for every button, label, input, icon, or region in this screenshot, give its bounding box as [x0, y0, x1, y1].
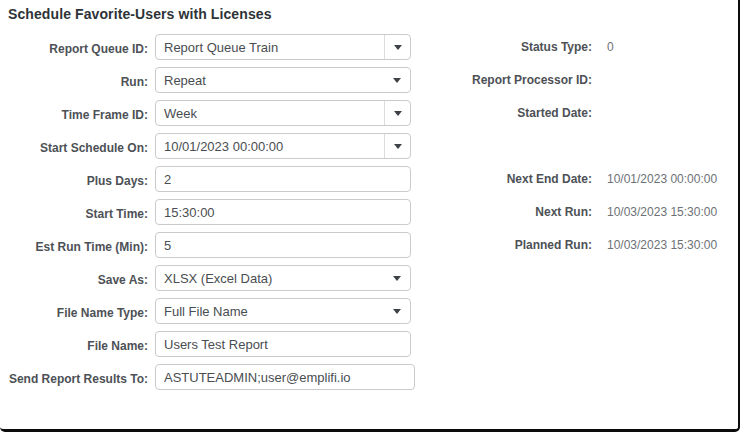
file-name-field [155, 331, 411, 357]
form-row-start-schedule-on: Start Schedule On:10/01/2023 00:00:00 [0, 133, 415, 159]
file-name-input[interactable] [155, 331, 411, 357]
window: Schedule Favorite-Users with Licenses Re… [0, 0, 740, 432]
run-dropdown[interactable]: Repeat [155, 67, 411, 93]
send-report-results-to-label: Send Report Results To: [0, 364, 148, 387]
caret-down-icon [394, 45, 402, 50]
form-row-file-name: File Name: [0, 331, 415, 357]
report-processor-id-label: Report Processor ID: [430, 73, 592, 87]
planned-run-value: 10/03/2023 15:30:00 [607, 238, 717, 252]
form-row-plus-days: Plus Days: [0, 166, 415, 192]
run-label: Run: [0, 67, 148, 90]
report-queue-id-dropdown[interactable]: Report Queue Train [155, 34, 411, 60]
form-row-start-time: Start Time: [0, 199, 415, 225]
planned-run-label: Planned Run: [430, 238, 592, 252]
start-time-field [155, 199, 411, 225]
start-schedule-on-dropdown-button[interactable] [384, 134, 410, 158]
send-report-results-to-field [155, 364, 415, 390]
save-as-label: Save As: [0, 265, 148, 288]
time-frame-id-dropdown[interactable]: Week [155, 100, 411, 126]
est-run-time-min-label: Est Run Time (Min): [0, 232, 148, 255]
start-time-label: Start Time: [0, 199, 148, 222]
form-row-file-name-type: File Name Type:Full File Name [0, 298, 415, 324]
file-name-type-selected-value: Full File Name [164, 304, 384, 319]
form-row-run: Run:Repeat [0, 67, 415, 93]
time-frame-id-dropdown-button[interactable] [384, 101, 410, 125]
status-row-report-processor-id: Report Processor ID: [430, 67, 736, 93]
next-end-date-value: 10/01/2023 00:00:00 [607, 172, 717, 186]
file-name-type-label: File Name Type: [0, 298, 148, 321]
plus-days-label: Plus Days: [0, 166, 148, 189]
time-frame-id-field: Week [155, 100, 411, 126]
run-field: Repeat [155, 67, 411, 93]
report-queue-id-field: Report Queue Train [155, 34, 411, 60]
schedule-form: Report Queue ID:Report Queue TrainRun:Re… [0, 34, 415, 397]
report-queue-id-dropdown-button[interactable] [384, 35, 410, 59]
form-row-save-as: Save As:XLSX (Excel Data) [0, 265, 415, 291]
started-date-label: Started Date: [430, 106, 592, 120]
next-end-date-label: Next End Date: [430, 172, 592, 186]
caret-down-icon [393, 309, 401, 314]
start-time-input[interactable] [155, 199, 411, 225]
caret-down-icon [393, 78, 401, 83]
form-row-est-run-time-min: Est Run Time (Min): [0, 232, 415, 258]
file-name-type-field: Full File Name [155, 298, 411, 324]
file-name-type-dropdown-button[interactable] [384, 299, 410, 323]
file-name-type-dropdown[interactable]: Full File Name [155, 298, 411, 324]
status-panel: Status Type:0Report Processor ID:Started… [430, 34, 736, 294]
status-row-started-date: Started Date: [430, 100, 736, 126]
file-name-label: File Name: [0, 331, 148, 354]
start-schedule-on-dropdown[interactable]: 10/01/2023 00:00:00 [155, 133, 411, 159]
save-as-dropdown-button[interactable] [384, 266, 410, 290]
status-row-next-run: Next Run:10/03/2023 15:30:00 [430, 199, 736, 225]
form-row-send-report-results-to: Send Report Results To: [0, 364, 415, 390]
est-run-time-min-input[interactable] [155, 232, 411, 258]
plus-days-input[interactable] [155, 166, 411, 192]
form-row-report-queue-id: Report Queue ID:Report Queue Train [0, 34, 415, 60]
next-run-label: Next Run: [430, 205, 592, 219]
report-queue-id-selected-value: Report Queue Train [164, 40, 384, 55]
save-as-selected-value: XLSX (Excel Data) [164, 271, 384, 286]
status-row-planned-run: Planned Run:10/03/2023 15:30:00 [430, 232, 736, 258]
start-schedule-on-selected-value: 10/01/2023 00:00:00 [164, 139, 384, 154]
next-run-value: 10/03/2023 15:30:00 [607, 205, 717, 219]
status-type-label: Status Type: [430, 40, 592, 54]
time-frame-id-label: Time Frame ID: [0, 100, 148, 123]
caret-down-icon [394, 144, 402, 149]
save-as-dropdown[interactable]: XLSX (Excel Data) [155, 265, 411, 291]
start-schedule-on-field: 10/01/2023 00:00:00 [155, 133, 411, 159]
save-as-field: XLSX (Excel Data) [155, 265, 411, 291]
status-type-value: 0 [607, 40, 614, 54]
time-frame-id-selected-value: Week [164, 106, 384, 121]
page-title: Schedule Favorite-Users with Licenses [8, 6, 272, 22]
plus-days-field [155, 166, 411, 192]
caret-down-icon [394, 111, 402, 116]
caret-down-icon [393, 276, 401, 281]
status-row-status-type: Status Type:0 [430, 34, 736, 60]
run-dropdown-button[interactable] [384, 68, 410, 92]
start-schedule-on-label: Start Schedule On: [0, 133, 148, 156]
send-report-results-to-input[interactable] [155, 364, 415, 390]
report-queue-id-label: Report Queue ID: [0, 34, 148, 57]
est-run-time-min-field [155, 232, 411, 258]
run-selected-value: Repeat [164, 73, 384, 88]
status-row-next-end-date: Next End Date:10/01/2023 00:00:00 [430, 166, 736, 192]
form-row-time-frame-id: Time Frame ID:Week [0, 100, 415, 126]
